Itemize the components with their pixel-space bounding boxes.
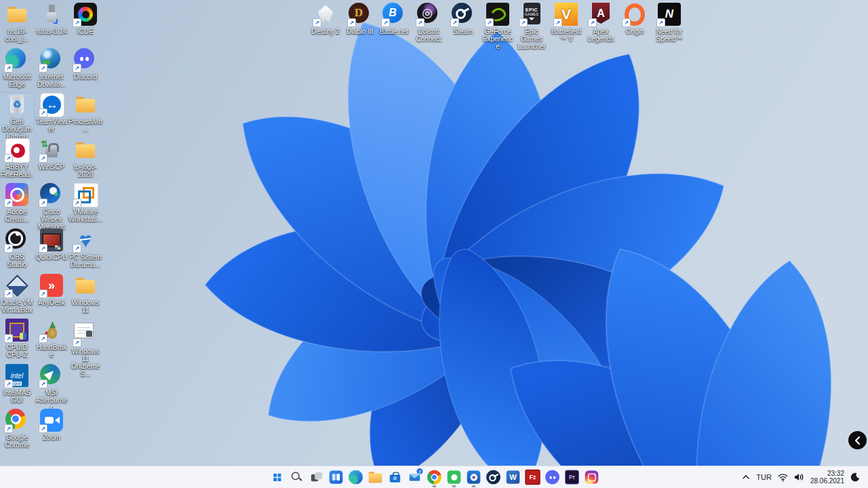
blue-app-icon xyxy=(467,470,480,484)
icon-label: Battlefield™ V xyxy=(549,28,583,43)
taskbar-chrome-button[interactable] xyxy=(425,466,444,488)
desktop-icon-cpuid-cpu-z[interactable]: ↗CPUID CPU-Z xyxy=(0,319,34,359)
desktop-icon-windows-11-nizleme-s[interactable]: ↗Windows 11 Önizleme S... xyxy=(68,319,102,378)
desktop[interactable]: ns.16-cool_j...rufus-3.14↗iCUE↗Microsoft… xyxy=(0,0,868,466)
desktop-icon-ubisoft-connect[interactable]: ◎↗Ubisoft Connect xyxy=(412,3,446,43)
icon-art: ↗ xyxy=(5,274,28,297)
icon-art: ↗ xyxy=(40,319,63,342)
running-indicator xyxy=(471,485,475,487)
desktop-icon-vmware-workstati[interactable]: ↗VMware Workstati... xyxy=(68,183,102,223)
desktop-icon-quickcpu[interactable]: ↗QuickCPU xyxy=(35,228,68,261)
focus-assist-moon-icon[interactable] xyxy=(850,472,860,482)
icon-label: rufus-3.14 xyxy=(35,28,68,35)
desktop-icon-windows-11[interactable]: Windows 11 xyxy=(68,274,102,314)
taskbar-search-button[interactable] xyxy=(287,466,307,488)
desktop-icon-battlefield-v[interactable]: V↗Battlefield™ V xyxy=(549,3,583,43)
icon-label: Destiny 2 xyxy=(309,28,342,35)
taskbar[interactable]: ⊞2WFzPr TUR 23:32 28.06.2021 xyxy=(0,466,868,488)
wifi-icon[interactable] xyxy=(778,473,788,482)
icon-art: ↗ xyxy=(5,48,28,71)
clock-time: 23:32 xyxy=(827,470,844,477)
filezilla-icon: Fz xyxy=(525,470,540,485)
taskbar-task-view-button[interactable] xyxy=(307,466,326,488)
taskbar-steam-button[interactable] xyxy=(484,466,503,488)
desktop-icon-pc-sistem-durumu[interactable]: ♥↗PC Sistem Durumu... xyxy=(68,228,102,268)
desktop-icon-geforce-experience[interactable]: ↗GeForce Experience xyxy=(481,3,515,50)
icon-label: ns.16-cool_j... xyxy=(0,28,34,43)
desktop-icon-icue[interactable]: ↗iCUE xyxy=(68,3,102,35)
desktop-icon-microsoft-edge[interactable]: ↗Microsoft Edge xyxy=(0,48,34,88)
desktop-icon-battle-net[interactable]: B↗Battle.net xyxy=(377,3,411,35)
recycle-glyph: ♻ xyxy=(13,99,22,110)
desktop-icon-tp-logo-2020[interactable]: tp-logo-2020 xyxy=(68,138,102,178)
icon-art: ↗ xyxy=(623,3,646,26)
clock-date: 28.06.2021 xyxy=(810,477,844,485)
desktop-icon-processmo[interactable]: ProcessMo... xyxy=(68,93,102,133)
winscp-glyph: ⇅ xyxy=(41,139,48,149)
desktop-icon-adobe-creati[interactable]: ↗Adobe Creati... xyxy=(0,183,34,223)
icon-art: ↗ xyxy=(5,183,28,206)
desktop-icon-obs-studio[interactable]: ↗OBS Studio xyxy=(0,228,34,268)
epic-glyph-2: GAMES xyxy=(525,12,539,16)
icon-label: Adobe Creati... xyxy=(0,208,34,223)
start-icon xyxy=(269,469,285,485)
icon-label: Cisco Webex Meetings xyxy=(35,208,68,230)
desktop-icon-teamviewer[interactable]: ↔↗TeamViewer xyxy=(35,93,68,133)
shortcut-arrow-icon: ↗ xyxy=(4,199,13,207)
desktop-icon-rufus-3-14[interactable]: rufus-3.14 xyxy=(35,3,68,35)
taskbar-discord-button[interactable] xyxy=(542,466,562,488)
icon-label: Epic Games Launcher xyxy=(515,28,549,50)
desktop-icon-cisco-webex-meetings[interactable]: ↗Cisco Webex Meetings xyxy=(35,183,68,230)
hidden-icons-chevron[interactable] xyxy=(742,474,750,480)
desktop-icon-winscp[interactable]: ⇅↗WinSCP xyxy=(35,138,68,171)
icon-label: IntelMAS GUI xyxy=(0,389,34,404)
taskbar-premiere-pro-button[interactable]: Pr xyxy=(562,466,582,488)
desktop-icon-handbrake[interactable]: ↗HandBrake xyxy=(35,319,68,359)
taskbar-word-button[interactable]: W xyxy=(503,466,523,488)
desktop-icon-origin[interactable]: ↗Origin xyxy=(618,3,652,35)
clock[interactable]: 23:32 28.06.2021 xyxy=(810,470,844,485)
desktop-icon-intelmas-gui[interactable]: intelGUI↗IntelMAS GUI xyxy=(0,364,34,404)
desktop-icon-apex-legends[interactable]: A↗Apex Legends xyxy=(584,3,618,43)
language-indicator[interactable]: TUR xyxy=(756,473,772,481)
icon-label: AnyDesk xyxy=(35,299,68,306)
icon-art: ↔↗ xyxy=(40,93,63,116)
taskbar-green-app-button[interactable] xyxy=(444,466,464,488)
battlenet-glyph: B xyxy=(389,7,397,19)
desktop-icon-msi-afterburner[interactable]: ↗MSI Afterburner xyxy=(35,364,68,411)
icon-label: Google Chrome xyxy=(0,434,34,449)
taskbar-mail-button[interactable]: 2 xyxy=(405,466,425,488)
desktop-icon-internet-downlo[interactable]: ↗Internet Downlo... xyxy=(35,48,68,88)
desktop-icon-ns-16-cool-j[interactable]: ns.16-cool_j... xyxy=(0,3,34,43)
taskbar-camera-app-button[interactable] xyxy=(582,466,601,488)
video-overlay-back-arrow[interactable] xyxy=(848,431,867,449)
desktop-icon-anydesk[interactable]: »↗AnyDesk xyxy=(35,274,68,306)
icon-label: VMware Workstati... xyxy=(68,208,102,223)
taskbar-microsoft-store-button[interactable]: ⊞ xyxy=(385,466,405,488)
taskbar-blue-app-button[interactable] xyxy=(464,466,484,488)
taskbar-file-explorer-button[interactable] xyxy=(366,466,385,488)
desktop-icon-abbyy-fineread[interactable]: ↗ABBYY FineRead... xyxy=(0,138,34,186)
shortcut-arrow-icon: ↗ xyxy=(519,18,528,27)
shortcut-arrow-icon: ↗ xyxy=(4,64,13,73)
shortcut-arrow-icon: ↗ xyxy=(39,108,47,117)
taskbar-edge-button[interactable] xyxy=(346,466,366,488)
desktop-icon-google-chrome[interactable]: ↗Google Chrome xyxy=(0,409,34,449)
icon-label: Diablo III xyxy=(343,28,377,35)
desktop-icon-geri-d-n-m-kutusu[interactable]: ♻Geri Dönüşüm Kutusu xyxy=(0,93,34,140)
desktop-icon-zoom[interactable]: ↗Zoom xyxy=(35,409,68,441)
volume-icon[interactable] xyxy=(794,473,804,481)
desktop-icon-steam[interactable]: ↗Steam xyxy=(446,3,480,35)
taskbar-widgets-button[interactable] xyxy=(326,466,346,488)
icon-art: V↗ xyxy=(555,3,578,26)
desktop-icon-epic-games-launcher[interactable]: EPICGAMES↗Epic Games Launcher xyxy=(515,3,549,50)
desktop-icon-need-for-speed[interactable]: N↗Need for Speed™ xyxy=(652,3,686,43)
taskbar-start-button[interactable] xyxy=(267,466,287,488)
desktop-icon-destiny-2[interactable]: ↗Destiny 2 xyxy=(309,3,342,35)
desktop-icon-oracle-vm-virtualbox[interactable]: ↗Oracle VM VirtualBox xyxy=(0,274,34,314)
icon-label: GeForce Experience xyxy=(481,28,515,50)
desktop-icon-diablo-iii[interactable]: D↗Diablo III xyxy=(343,3,377,35)
desktop-icon-discord[interactable]: ↗Discord xyxy=(68,48,102,81)
taskbar-filezilla-button[interactable]: Fz xyxy=(523,466,542,488)
icon-art: ↗ xyxy=(486,3,509,26)
